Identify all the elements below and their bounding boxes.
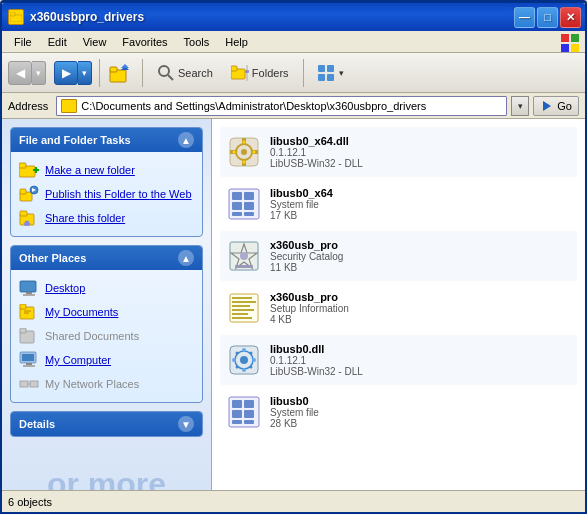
other-places-collapse-icon: ▲	[178, 250, 194, 266]
views-arrow: ▾	[339, 68, 344, 78]
svg-rect-7	[110, 67, 117, 72]
search-button[interactable]: Search	[150, 60, 220, 86]
other-places-header[interactable]: Other Places ▲	[11, 246, 202, 270]
file-icon-cat	[226, 238, 262, 274]
folders-label: Folders	[252, 67, 289, 79]
my-network-places-link[interactable]: My Network Places	[15, 372, 198, 396]
svg-rect-59	[244, 192, 254, 200]
back-dropdown[interactable]: ▾	[32, 61, 46, 85]
svg-rect-33	[26, 292, 32, 294]
toolbar-sep-1	[99, 59, 100, 87]
menu-tools[interactable]: Tools	[176, 34, 218, 50]
svg-rect-72	[232, 309, 254, 311]
desktop-link[interactable]: Desktop	[15, 276, 198, 300]
my-network-places-label: My Network Places	[45, 378, 139, 390]
file-name: libusb0.dll	[270, 343, 571, 355]
svg-rect-13	[231, 66, 237, 71]
svg-point-77	[240, 356, 248, 364]
svg-rect-1	[10, 12, 15, 16]
go-button[interactable]: Go	[533, 96, 579, 116]
file-folder-tasks-header[interactable]: File and Folder Tasks ▲	[11, 128, 202, 152]
svg-rect-22	[19, 163, 26, 168]
file-info: libusb0 System file 28 KB	[270, 395, 571, 429]
back-button[interactable]: ◀	[8, 61, 32, 85]
svg-rect-36	[20, 304, 26, 309]
forward-dropdown[interactable]: ▾	[78, 61, 92, 85]
svg-point-80	[232, 358, 236, 362]
toolbar: ◀ ▾ ▶ ▾ Search	[2, 53, 585, 93]
list-item[interactable]: x360usb_pro Setup Information 4 KB	[220, 283, 577, 333]
svg-marker-9	[121, 64, 129, 68]
list-item[interactable]: x360usb_pro Security Catalog 11 KB	[220, 231, 577, 281]
menu-edit[interactable]: Edit	[40, 34, 75, 50]
close-button[interactable]: ✕	[560, 7, 581, 28]
menu-view[interactable]: View	[75, 34, 115, 50]
list-item[interactable]: libusb0.dll 0.1.12.1 LibUSB-Win32 - DLL	[220, 335, 577, 385]
my-computer-link[interactable]: My Computer	[15, 348, 198, 372]
toolbar-sep-3	[303, 59, 304, 87]
status-text: 6 objects	[8, 496, 52, 508]
views-button[interactable]: ▾	[311, 61, 351, 85]
desktop-label: Desktop	[45, 282, 85, 294]
list-item[interactable]: libusb0_x64 System file 17 KB	[220, 179, 577, 229]
file-grid: libusb0_x64.dll 0.1.12.1 LibUSB-Win32 - …	[220, 127, 577, 437]
svg-rect-90	[244, 410, 254, 418]
svg-point-81	[252, 358, 256, 362]
file-desc: Setup Information	[270, 303, 571, 314]
svg-rect-32	[20, 281, 36, 292]
file-size: 28 KB	[270, 418, 571, 429]
svg-rect-58	[232, 192, 242, 200]
menu-favorites[interactable]: Favorites	[114, 34, 175, 50]
svg-rect-18	[318, 74, 325, 81]
watermark: or more	[2, 445, 211, 490]
file-info: libusb0_x64.dll 0.1.12.1 LibUSB-Win32 - …	[270, 135, 571, 169]
windows-flag-icon	[559, 32, 581, 52]
file-desc: 0.1.12.1	[270, 147, 571, 158]
svg-rect-67	[235, 265, 253, 268]
list-item[interactable]: libusb0 System file 28 KB	[220, 387, 577, 437]
file-name: x360usb_pro	[270, 239, 571, 251]
up-button[interactable]	[107, 59, 135, 87]
address-input-container[interactable]: C:\Documents and Settings\Administrator\…	[56, 96, 507, 116]
svg-rect-16	[318, 65, 325, 72]
views-icon	[318, 65, 336, 81]
maximize-button[interactable]: □	[537, 7, 558, 28]
my-documents-link[interactable]: My Documents	[15, 300, 198, 324]
file-name: x360usb_pro	[270, 291, 571, 303]
shared-documents-link[interactable]: Shared Documents	[15, 324, 198, 348]
svg-rect-61	[244, 202, 254, 210]
svg-point-10	[159, 66, 169, 76]
forward-button[interactable]: ▶	[54, 61, 78, 85]
svg-point-55	[243, 141, 246, 144]
svg-rect-63	[244, 212, 254, 216]
details-header[interactable]: Details ▼	[11, 412, 202, 436]
svg-point-85	[250, 366, 253, 369]
menu-file[interactable]: File	[6, 34, 40, 50]
file-size: LibUSB-Win32 - DLL	[270, 366, 571, 377]
go-icon	[540, 99, 554, 113]
svg-rect-3	[571, 34, 579, 42]
left-panel: File and Folder Tasks ▲ M	[2, 119, 212, 490]
publish-folder-link[interactable]: Publish this Folder to the Web	[15, 182, 198, 206]
share-folder-link[interactable]: Share this folder	[15, 206, 198, 230]
menu-help[interactable]: Help	[217, 34, 256, 50]
make-new-folder-link[interactable]: Make a new folder	[15, 158, 198, 182]
svg-rect-40	[26, 363, 32, 365]
svg-rect-5	[571, 44, 579, 52]
file-info: x360usb_pro Setup Information 4 KB	[270, 291, 571, 325]
file-name: libusb0_x64.dll	[270, 135, 571, 147]
file-size: 11 KB	[270, 262, 571, 273]
details-section: Details ▼	[10, 411, 203, 437]
file-size: LibUSB-Win32 - DLL	[270, 158, 571, 169]
address-dropdown[interactable]: ▾	[511, 96, 529, 116]
svg-rect-74	[232, 317, 252, 319]
file-info: libusb0_x64 System file 17 KB	[270, 187, 571, 221]
minimize-button[interactable]: —	[514, 7, 535, 28]
list-item[interactable]: libusb0_x64.dll 0.1.12.1 LibUSB-Win32 - …	[220, 127, 577, 177]
file-icon-dll-2	[226, 342, 262, 378]
svg-point-31	[25, 221, 30, 226]
svg-rect-2	[561, 34, 569, 42]
my-computer-label: My Computer	[45, 354, 111, 366]
svg-point-83	[250, 352, 253, 355]
folders-button[interactable]: Folders	[224, 61, 296, 85]
